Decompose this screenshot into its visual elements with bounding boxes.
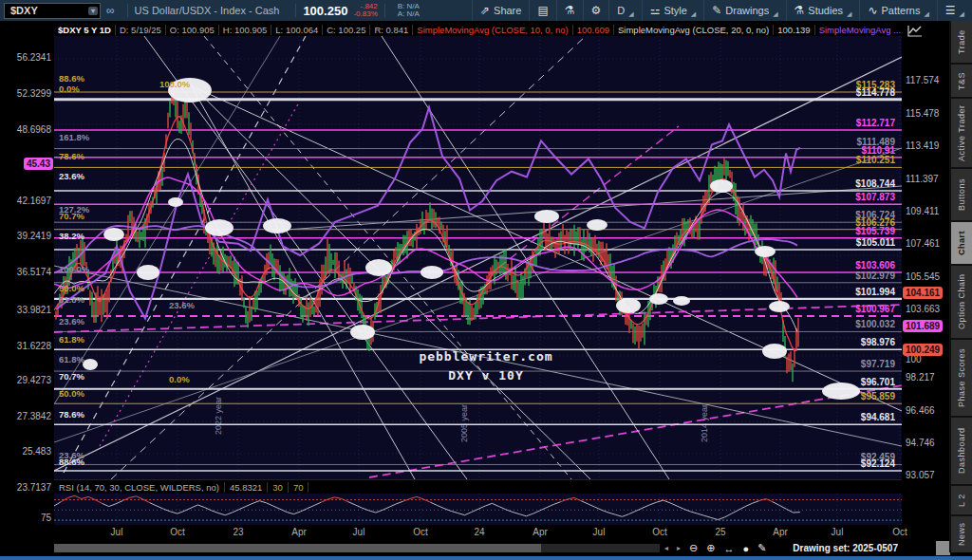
time-tick: Jul [353, 527, 365, 537]
price-level-label: $112.717 [856, 118, 896, 128]
scrollbar-thumb[interactable] [54, 544, 541, 552]
ellipse-annotation[interactable] [755, 246, 776, 257]
year-trendline-label: 2014 year [700, 404, 709, 442]
symbol-input[interactable]: $DXY ▾ [4, 3, 101, 19]
drawing-tools-icon[interactable]: ✎ [757, 542, 766, 554]
more-button[interactable]: ☰◢ [937, 0, 972, 21]
study-label[interactable]: SimpleMovingAvg ... [815, 25, 902, 35]
rsi-plot-area[interactable] [54, 494, 902, 525]
ellipse-annotation[interactable] [205, 219, 234, 236]
price-tick: 42.1697 [17, 196, 51, 206]
resize-grip[interactable] [936, 541, 950, 555]
chart-scrollbar[interactable] [54, 544, 660, 552]
time-tick: Apr [533, 527, 548, 537]
price-tick: 25.483 [22, 446, 51, 457]
price-tick: 29.4273 [17, 375, 51, 385]
caret-icon: ◢ [628, 10, 633, 18]
sidebar-tab-trade[interactable]: Trade [951, 21, 972, 63]
study-label[interactable]: SimpleMovingAvg (CLOSE, 20, 0, no) [614, 25, 774, 35]
rsi-study-header: RSI (14, 70, 30, CLOSE, WILDERS, no)45.8… [54, 479, 902, 495]
left-price-axis[interactable]: 56.234152.329948.696842.169739.241936.51… [0, 21, 54, 539]
sidebar-tab-l-2[interactable]: L 2 [951, 486, 972, 514]
pan-icon[interactable]: ↔ [723, 543, 734, 554]
pan-hand-icon[interactable]: ● [742, 543, 749, 554]
sidebar-tab-news[interactable]: News [951, 516, 972, 552]
ellipse-annotation[interactable] [587, 219, 608, 231]
sidebar-tab-active-trader[interactable]: Active Trader [951, 99, 972, 167]
fib-level-label: 78.6% [59, 409, 84, 420]
time-axis[interactable]: JulOct23AprJulOct24AprJulOct25AprJulOct [0, 525, 949, 540]
price-level-label: $110.251 [856, 155, 896, 165]
trendline[interactable] [204, 36, 571, 479]
price-bubble: 100.249 [903, 344, 943, 356]
ellipse-annotation[interactable] [365, 259, 392, 276]
rsi-study-label[interactable]: RSI (14, 70, 30, CLOSE, WILDERS, no) [54, 482, 225, 493]
fib-level-label: 50.0% [59, 283, 84, 293]
ellipse-annotation[interactable] [769, 301, 790, 312]
zoom-in-icon[interactable]: ⊕ [706, 542, 715, 554]
pencil-icon: ✎ [712, 4, 721, 17]
style-button-label: Style [664, 5, 686, 16]
chart-plot-area[interactable]: 2022 year2005 year2014 year88.6%0.0%100.… [54, 36, 902, 479]
ellipse-annotation[interactable] [137, 265, 159, 280]
ellipse-annotation[interactable] [649, 293, 668, 305]
right-price-axis[interactable]: 117.574115.478113.419111.397109.411107.4… [902, 21, 949, 539]
trendline[interactable] [111, 36, 586, 479]
last-price: 100.250 [303, 4, 347, 18]
sidebar-tab-chart[interactable]: Chart [951, 222, 972, 264]
style-button[interactable]: ⚍Style◢ [642, 0, 704, 21]
ellipse-annotation[interactable] [83, 359, 98, 370]
sidebar-tab-dashboard[interactable]: Dashboard [951, 418, 972, 484]
sidebar-tab-phase-scores[interactable]: Phase Scores [951, 340, 972, 416]
zoom-out-icon[interactable]: ⊖ [689, 542, 698, 554]
ellipse-annotation[interactable] [673, 296, 690, 306]
trendline[interactable] [100, 103, 299, 446]
price-level-label: $101.994 [855, 287, 895, 297]
ellipse-annotation[interactable] [168, 197, 183, 207]
sidebar-tab-t-s[interactable]: T&S [951, 65, 972, 97]
symbol-dropdown-caret[interactable]: ▾ [88, 7, 98, 15]
price-level-label: $114.778 [856, 87, 896, 98]
studies-button[interactable]: ⚗Studies◢ [786, 0, 860, 21]
zigzag-icon: ∿ [868, 4, 877, 17]
ellipse-annotation[interactable] [616, 298, 641, 313]
flask-icon: ⚗ [794, 4, 805, 17]
symbol-description: US Dollar/USDX - Index - Cash [135, 5, 280, 16]
ellipse-annotation[interactable] [710, 179, 733, 193]
settings-button[interactable]: ⚙ [583, 0, 609, 21]
trendline[interactable] [382, 36, 669, 479]
share-button[interactable]: ⇗Share [472, 0, 529, 21]
menu-icon: ☰ [945, 4, 956, 17]
ellipse-annotation[interactable] [534, 210, 559, 223]
price-tick: 36.5174 [17, 267, 51, 277]
drawings-button[interactable]: ✎Drawings◢ [703, 0, 785, 21]
sidebar-tab-option-chain[interactable]: Option Chain [951, 266, 972, 338]
price-level-label: $100.967 [855, 304, 895, 314]
ellipse-annotation[interactable] [103, 228, 124, 241]
ellipse-annotation[interactable] [822, 383, 860, 400]
note-icon: ▤ [537, 4, 548, 17]
study-label[interactable]: SimpleMovingAvg (CLOSE, 10, 0, no) [413, 25, 572, 35]
sidebar-tab-buttons[interactable]: Buttons [951, 169, 972, 220]
bid-ask: B: N/A A: N/A [398, 3, 420, 18]
ellipse-annotation[interactable] [350, 325, 375, 340]
chart-snapshot-icon[interactable] [907, 25, 923, 37]
scroll-left-icon[interactable]: ◂ [664, 544, 668, 552]
style-icon: ⚍ [650, 4, 661, 17]
scroll-right-icon[interactable]: ▸ [677, 544, 681, 552]
time-tick: Oct [892, 527, 907, 537]
timeframe-button[interactable]: D◢ [608, 0, 641, 21]
patterns-button[interactable]: ∿Patterns◢ [859, 0, 936, 21]
trendline[interactable] [369, 385, 902, 477]
trendline[interactable] [190, 84, 590, 479]
trendline[interactable] [144, 36, 467, 479]
ellipse-annotation[interactable] [762, 344, 787, 359]
notes-button[interactable]: ▤ [529, 0, 555, 21]
ellipse-annotation[interactable] [421, 266, 443, 279]
time-tick: Apr [773, 527, 788, 537]
ellipse-annotation[interactable] [263, 218, 291, 233]
link-icon[interactable]: ∞ [106, 4, 115, 17]
caret-icon: ◢ [773, 10, 777, 18]
trendline[interactable] [190, 84, 415, 479]
quick-study-button[interactable]: ⚗ [556, 0, 583, 21]
